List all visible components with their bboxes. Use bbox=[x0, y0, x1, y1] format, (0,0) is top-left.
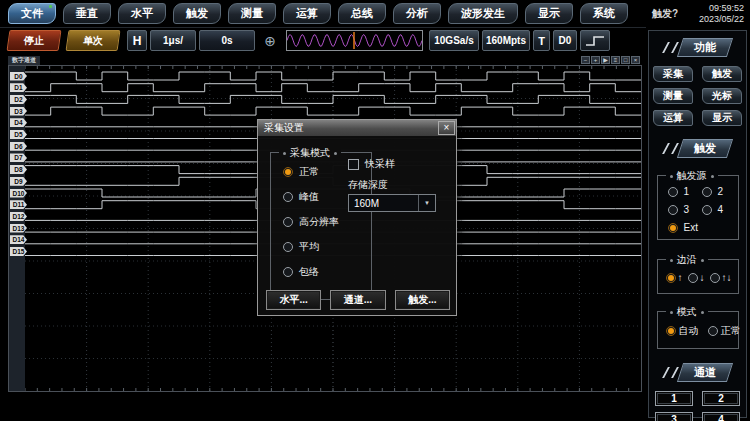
mode-option-2[interactable]: 高分辨率 bbox=[283, 216, 371, 228]
trigger-mode-option-1-label: 正常 bbox=[721, 324, 741, 338]
memory-depth-button[interactable]: 160Mpts bbox=[482, 30, 530, 51]
horizontal-key-button[interactable]: H bbox=[127, 30, 147, 51]
fast-sample-checkbox-row[interactable]: 快采样 bbox=[348, 157, 395, 171]
trace-D0 bbox=[25, 72, 641, 80]
radio-icon[interactable] bbox=[668, 223, 678, 233]
radio-icon[interactable] bbox=[702, 205, 712, 215]
rising-edge-icon bbox=[584, 34, 606, 48]
function-button-grid: 采集触发测量光标运算显示 bbox=[653, 66, 742, 126]
single-button[interactable]: 单次 bbox=[66, 30, 121, 51]
trigger-source-option-3-label: 3 bbox=[684, 204, 690, 215]
menu-item-6[interactable]: 总线 bbox=[338, 3, 386, 24]
sample-rate-button[interactable]: 10GSa/s bbox=[429, 30, 479, 51]
function-button-1[interactable]: 触发 bbox=[702, 66, 742, 82]
function-button-4[interactable]: 运算 bbox=[653, 110, 693, 126]
menu-item-9[interactable]: 显示 bbox=[525, 3, 573, 24]
chevron-down-icon: ▼ bbox=[418, 195, 435, 211]
trace-D1 bbox=[25, 84, 641, 92]
memory-depth-dropdown[interactable]: 160M ▼ bbox=[348, 194, 436, 212]
stop-button[interactable]: 停止 bbox=[7, 30, 62, 51]
dialog-footer-button-2[interactable]: 触发... bbox=[395, 290, 450, 310]
window-control-icon-3[interactable]: ≡ bbox=[611, 56, 620, 64]
timebase-button[interactable]: 1μs/ bbox=[150, 30, 196, 51]
window-control-icon-1[interactable]: + bbox=[591, 56, 600, 64]
trigger-mode-option-1[interactable]: 正常 bbox=[708, 324, 741, 338]
trigger-key-button[interactable]: T bbox=[533, 30, 550, 51]
menu-item-3[interactable]: 触发 bbox=[173, 3, 221, 24]
slashes-icon bbox=[662, 143, 679, 154]
trigger-source-option-1[interactable]: 1 bbox=[668, 186, 702, 197]
radio-icon[interactable] bbox=[708, 326, 718, 336]
window-controls: −+▶≡□× bbox=[581, 56, 640, 64]
trigger-source-option-3[interactable]: 3 bbox=[668, 204, 702, 215]
radio-icon[interactable] bbox=[668, 205, 678, 215]
radio-icon[interactable] bbox=[283, 217, 293, 227]
section-header-channel: 通道 bbox=[665, 363, 730, 382]
trigger-source-option-2-label: 2 bbox=[718, 186, 724, 197]
dialog-footer-button-1[interactable]: 通道... bbox=[330, 290, 385, 310]
menu-item-1[interactable]: 垂直 bbox=[63, 3, 111, 24]
right-sidebar: 功能 采集触发测量光标运算显示 触发 触发源 1234Ext 边沿 bbox=[646, 0, 750, 421]
channel-button-3[interactable]: 3 bbox=[655, 412, 693, 421]
radio-icon[interactable] bbox=[688, 273, 698, 283]
window-control-icon-2[interactable]: ▶ bbox=[601, 56, 610, 64]
radio-icon[interactable] bbox=[283, 267, 293, 277]
menu-item-8[interactable]: 波形发生 bbox=[448, 3, 518, 24]
slashes-icon bbox=[662, 42, 679, 53]
section-header-trigger: 触发 bbox=[665, 139, 730, 158]
trigger-mode-option-0-label: 自动 bbox=[679, 324, 699, 338]
radio-icon[interactable] bbox=[283, 167, 293, 177]
channel-section-button[interactable]: 通道 bbox=[677, 363, 733, 382]
trigger-mode-option-0[interactable]: 自动 bbox=[666, 324, 699, 338]
trigger-edge-icon[interactable] bbox=[580, 30, 610, 51]
horizontal-offset-button[interactable]: 0s bbox=[199, 30, 255, 51]
channel-button-1[interactable]: 1 bbox=[655, 391, 693, 406]
radio-icon[interactable] bbox=[283, 242, 293, 252]
sidebar-panel: 功能 采集触发测量光标运算显示 触发 触发源 1234Ext 边沿 bbox=[648, 30, 747, 418]
radio-icon[interactable] bbox=[710, 273, 720, 283]
function-section-button[interactable]: 功能 bbox=[677, 38, 733, 57]
menu-item-5[interactable]: 运算 bbox=[283, 3, 331, 24]
radio-icon[interactable] bbox=[283, 192, 293, 202]
function-button-5[interactable]: 显示 bbox=[702, 110, 742, 126]
edge-option-0[interactable]: ↑ bbox=[666, 272, 683, 283]
radio-icon[interactable] bbox=[666, 326, 676, 336]
channel-button-4[interactable]: 4 bbox=[702, 412, 740, 421]
radio-icon[interactable] bbox=[666, 273, 676, 283]
trigger-section-button[interactable]: 触发 bbox=[677, 139, 733, 158]
dialog-footer-buttons: 水平...通道...触发... bbox=[266, 290, 450, 310]
radio-icon[interactable] bbox=[668, 187, 678, 197]
mode-option-3-label: 平均 bbox=[299, 240, 319, 254]
trigger-source-option-Ext[interactable]: Ext bbox=[668, 222, 738, 233]
mode-option-3[interactable]: 平均 bbox=[283, 241, 371, 253]
close-icon[interactable]: × bbox=[438, 121, 455, 135]
function-button-3[interactable]: 光标 bbox=[702, 88, 742, 104]
edge-option-0-label: ↑ bbox=[678, 272, 683, 283]
trigger-source-option-4[interactable]: 4 bbox=[702, 204, 736, 215]
window-control-icon-4[interactable]: □ bbox=[621, 56, 630, 64]
channel-button-2[interactable]: 2 bbox=[702, 391, 740, 406]
menu-item-7[interactable]: 分析 bbox=[393, 3, 441, 24]
trigger-source-option-2[interactable]: 2 bbox=[702, 186, 736, 197]
window-control-icon-5[interactable]: × bbox=[631, 56, 640, 64]
dialog-footer-button-0[interactable]: 水平... bbox=[266, 290, 321, 310]
menu-item-2[interactable]: 水平 bbox=[118, 3, 166, 24]
radio-icon[interactable] bbox=[702, 187, 712, 197]
zoom-icon[interactable]: ⊕ bbox=[260, 30, 280, 51]
trigger-source-options: 1234Ext bbox=[668, 186, 738, 233]
fast-sample-checkbox[interactable] bbox=[348, 159, 359, 170]
edge-option-2[interactable]: ↑↓ bbox=[710, 272, 732, 283]
waveform-panel-header: 数字通道 −+▶≡□× bbox=[8, 56, 642, 65]
menu-item-4[interactable]: 测量 bbox=[228, 3, 276, 24]
mode-option-4[interactable]: 包络 bbox=[283, 266, 371, 278]
function-button-2[interactable]: 测量 bbox=[653, 88, 693, 104]
menu-item-10[interactable]: 系统 bbox=[580, 3, 628, 24]
panel-title: 数字通道 bbox=[8, 56, 40, 65]
function-button-0[interactable]: 采集 bbox=[653, 66, 693, 82]
waveform-preview[interactable] bbox=[286, 30, 423, 51]
trigger-source-button[interactable]: D0 bbox=[553, 30, 577, 51]
dialog-title[interactable]: 采集设置 bbox=[258, 120, 456, 136]
menu-item-0[interactable]: 文件 bbox=[8, 3, 56, 24]
window-control-icon-0[interactable]: − bbox=[581, 56, 590, 64]
edge-option-1[interactable]: ↓ bbox=[688, 272, 705, 283]
